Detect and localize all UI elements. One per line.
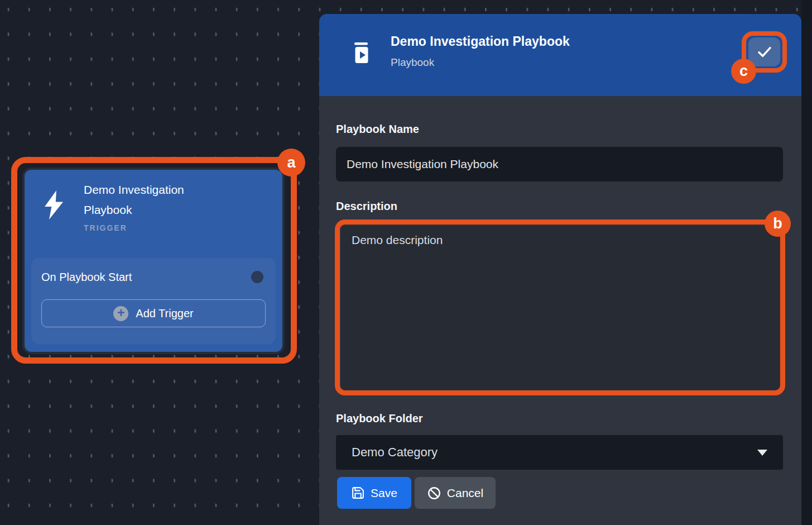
trigger-node-type-label: TRIGGER [84, 223, 223, 232]
chevron-down-icon [757, 450, 767, 456]
save-icon [351, 486, 365, 500]
playbook-name-input[interactable] [336, 147, 783, 182]
save-button[interactable]: Save [337, 477, 411, 509]
confirm-check-button[interactable] [748, 37, 780, 66]
trigger-node-card[interactable]: Demo Investigation Playbook TRIGGER On P… [22, 168, 285, 354]
playbook-folder-select[interactable]: Demo Category [336, 435, 783, 470]
panel-right-gutter [801, 0, 812, 525]
playbook-folder-label: Playbook Folder [336, 412, 423, 425]
connection-dot[interactable] [251, 271, 263, 283]
panel-title: Demo Investigation Playbook [391, 34, 570, 49]
trigger-row[interactable]: On Playbook Start [41, 269, 266, 285]
add-trigger-button[interactable]: + Add Trigger [41, 299, 266, 327]
lightning-bolt-icon [36, 189, 71, 221]
cancel-button[interactable]: Cancel [415, 477, 496, 509]
playbook-editor-canvas: Demo Investigation Playbook TRIGGER On P… [0, 0, 812, 525]
playbook-book-icon [353, 41, 370, 65]
description-textarea[interactable]: Demo description [341, 226, 780, 390]
cancel-icon [427, 486, 441, 500]
plus-icon: + [113, 306, 128, 321]
save-label: Save [371, 486, 397, 500]
panel-header: Demo Investigation Playbook Playbook [319, 14, 801, 96]
playbook-name-label: Playbook Name [336, 123, 419, 136]
playbook-folder-value: Demo Category [352, 445, 438, 460]
check-icon [756, 43, 773, 61]
trigger-node-titles: Demo Investigation Playbook TRIGGER [84, 180, 223, 232]
add-trigger-label: Add Trigger [136, 307, 193, 320]
description-label: Description [336, 200, 397, 213]
panel-subtitle: Playbook [391, 56, 434, 69]
trigger-list-panel: On Playbook Start + Add Trigger [31, 258, 276, 344]
trigger-node-head: Demo Investigation Playbook TRIGGER [36, 180, 271, 232]
trigger-row-label: On Playbook Start [41, 271, 132, 284]
cancel-label: Cancel [447, 486, 483, 500]
trigger-node-title: Demo Investigation Playbook [84, 180, 223, 220]
playbook-details-panel: Demo Investigation Playbook Playbook Pla… [319, 14, 801, 525]
